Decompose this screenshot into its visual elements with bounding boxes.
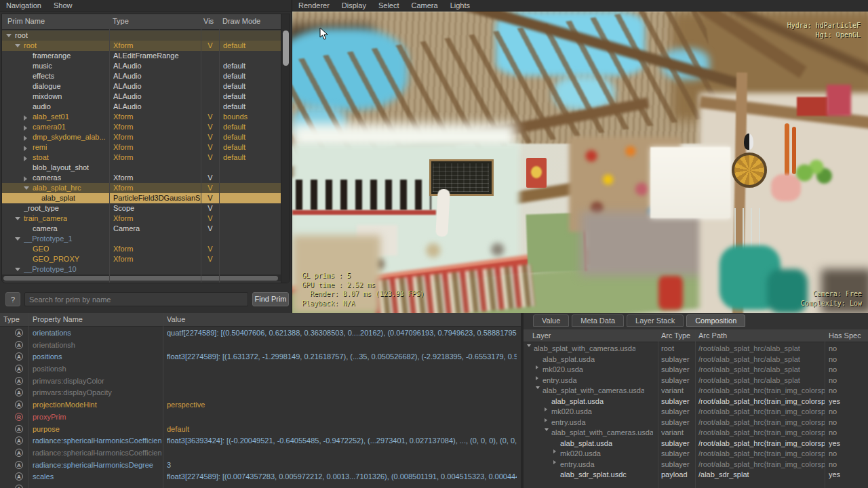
- column-header-property-name[interactable]: Property Name: [33, 315, 83, 323]
- composition-row-mk020.usda[interactable]: mk020.usdasublayer/root/alab_splat_hrc{t…: [524, 407, 868, 418]
- tab-value[interactable]: Value: [533, 314, 569, 327]
- help-button[interactable]: ?: [5, 292, 20, 306]
- tree-row-blob_layout_shot[interactable]: blob_layout_shot: [2, 163, 283, 173]
- collapse-arrow-icon[interactable]: [527, 344, 531, 347]
- composition-row-entry.usda[interactable]: entry.usdasublayer/root/alab_splat_hrc{t…: [524, 460, 868, 470]
- tree-row-music[interactable]: musicALAudiodefault: [2, 61, 283, 71]
- tree-row-remi[interactable]: remiXformVdefault: [2, 142, 283, 152]
- property-row-partial[interactable]: A: [0, 483, 521, 488]
- menu-item-select[interactable]: Select: [378, 1, 399, 9]
- tree-row-audio[interactable]: audioALAudiodefault: [2, 102, 283, 112]
- column-header-has-spec[interactable]: Has Spec: [829, 331, 861, 340]
- composition-row-entry.usda[interactable]: entry.usdasublayer/root/alab_splat_hrc{t…: [524, 418, 868, 428]
- tree-row-mixdown[interactable]: mixdownALAudiodefault: [2, 92, 283, 102]
- expand-arrow-icon[interactable]: [545, 418, 547, 422]
- tree-row-alab_splat_hrc[interactable]: alab_splat_hrcXformV: [2, 183, 283, 193]
- composition-row-mk020.usda[interactable]: mk020.usdasublayer/root/alab_splat_hrc{t…: [524, 449, 868, 460]
- tab-meta-data[interactable]: Meta Data: [572, 314, 624, 327]
- tree-horizontal-scrollbar[interactable]: [2, 274, 283, 281]
- column-divider[interactable]: [109, 29, 110, 283]
- composition-row-alab_splat.usda[interactable]: alab_splat.usdasublayer/root/alab_splat_…: [524, 439, 868, 449]
- tree-row-__Prototype_1[interactable]: __Prototype_1: [2, 234, 283, 244]
- expand-arrow-icon[interactable]: [553, 449, 556, 453]
- tree-row-camera[interactable]: cameraCameraV: [2, 224, 283, 234]
- tree-row-_root_type[interactable]: _root_typeScopeV: [2, 203, 283, 214]
- expand-arrow-icon[interactable]: [24, 115, 27, 121]
- menu-item-display[interactable]: Display: [342, 1, 366, 9]
- property-row-positionsh[interactable]: Apositionsh: [0, 363, 521, 375]
- composition-row-alab_splat_with_cameras.usda[interactable]: alab_splat_with_cameras.usdavariant/root…: [524, 428, 868, 439]
- column-header-draw-mode[interactable]: Draw Mode: [222, 17, 260, 25]
- collapse-arrow-icon[interactable]: [6, 34, 12, 37]
- menu-item-renderer[interactable]: Renderer: [298, 1, 330, 9]
- tree-vertical-scrollbar-thumb[interactable]: [283, 30, 289, 66]
- property-row-radiance:sphericalHarmonicsDegree[interactable]: Aradiance:sphericalHarmonicsDegree3: [0, 460, 521, 472]
- property-row-orientationsh[interactable]: Aorientationsh: [0, 340, 521, 352]
- column-header-arc-type[interactable]: Arc Type: [661, 331, 690, 340]
- tree-vertical-scrollbar[interactable]: [281, 14, 290, 283]
- expand-arrow-icon[interactable]: [24, 125, 27, 131]
- column-header-value[interactable]: Value: [167, 315, 185, 323]
- tree-row-effects[interactable]: effectsALAudiodefault: [2, 71, 283, 81]
- column-header-layer[interactable]: Layer: [532, 331, 551, 340]
- tree-row-framerange[interactable]: framerangeALEditFrameRange: [2, 51, 283, 61]
- tree-row-dialogue[interactable]: dialogueALAudiodefault: [2, 81, 283, 92]
- tree-row-cameras[interactable]: camerasXformV: [2, 173, 283, 183]
- property-row-radiance:sphericalHarmonicsCoefficients[interactable]: Aradiance:sphericalHarmonicsCoefficients…: [0, 435, 521, 447]
- tree-row-alab_set01[interactable]: alab_set01XformVbounds: [2, 112, 283, 122]
- column-divider[interactable]: [219, 29, 220, 283]
- tab-layer-stack[interactable]: Layer Stack: [627, 314, 684, 327]
- expand-arrow-icon[interactable]: [545, 407, 547, 411]
- tree-row-GEO_PROXY[interactable]: GEO_PROXYXformV: [2, 254, 283, 264]
- composition-row-mk020.usda[interactable]: mk020.usdasublayer/root/alab_splat_hrc/a…: [524, 365, 868, 375]
- composition-row-alab_splat_with_cameras.usda[interactable]: alab_splat_with_cameras.usdavariant/root…: [524, 386, 868, 396]
- menu-item-show[interactable]: Show: [54, 1, 73, 9]
- tree-row-root[interactable]: root: [2, 30, 283, 41]
- tree-row-GEO[interactable]: GEOXformV: [2, 244, 283, 254]
- collapse-arrow-icon[interactable]: [545, 428, 549, 431]
- composition-row-alab_splat.usda[interactable]: alab_splat.usdasublayer/root/alab_splat_…: [524, 396, 868, 407]
- collapse-arrow-icon[interactable]: [24, 186, 29, 190]
- property-row-proxyPrim[interactable]: RproxyPrim: [0, 411, 521, 424]
- composition-row-alab_splat.usda[interactable]: alab_splat.usdasublayer/root/alab_splat_…: [524, 354, 868, 365]
- expand-arrow-icon[interactable]: [24, 176, 27, 182]
- tree-row-dmp_skydome_alab...[interactable]: dmp_skydome_alab...XformVdefault: [2, 132, 283, 142]
- collapse-arrow-icon[interactable]: [15, 44, 20, 47]
- collapse-arrow-icon[interactable]: [15, 217, 20, 220]
- property-row-scales[interactable]: Ascalesfloat3[2274589]: [(0.0074357283, …: [0, 471, 521, 483]
- composition-row-alab_splat_with_cameras.usda[interactable]: alab_splat_with_cameras.usdaroot/root/al…: [524, 344, 868, 354]
- column-header-prim-name[interactable]: Prim Name: [7, 17, 45, 25]
- column-header-type[interactable]: Type: [113, 17, 129, 25]
- property-row-radiance:sphericalHarmonicsCoefficientsh[interactable]: Aradiance:sphericalHarmonicsCoefficients…: [0, 447, 521, 460]
- collapse-arrow-icon[interactable]: [15, 268, 20, 271]
- menu-item-lights[interactable]: Lights: [450, 1, 470, 9]
- expand-arrow-icon[interactable]: [536, 365, 538, 369]
- tree-horizontal-scrollbar-thumb[interactable]: [3, 276, 278, 281]
- find-prim-button[interactable]: Find Prim: [252, 292, 289, 306]
- tree-row-stoat[interactable]: stoatXformVdefault: [2, 152, 283, 163]
- column-header-arc-path[interactable]: Arc Path: [698, 331, 727, 340]
- column-header-type[interactable]: Type: [3, 315, 20, 323]
- collapse-arrow-icon[interactable]: [15, 237, 20, 241]
- expand-arrow-icon[interactable]: [24, 136, 27, 141]
- tree-row-train_camera[interactable]: train_cameraXformV: [2, 214, 283, 224]
- 3d-viewport[interactable]: Hydra: hdParticleFHgi: OpenGL GL prims :…: [292, 12, 868, 313]
- property-row-purpose[interactable]: Apurposedefault: [0, 424, 521, 436]
- collapse-arrow-icon[interactable]: [536, 386, 540, 389]
- search-input[interactable]: [24, 292, 248, 306]
- column-header-vis[interactable]: Vis: [203, 17, 214, 25]
- menu-item-camera[interactable]: Camera: [412, 1, 438, 9]
- column-divider[interactable]: [201, 29, 201, 283]
- expand-arrow-icon[interactable]: [553, 460, 556, 464]
- menu-item-navigation[interactable]: Navigation: [6, 1, 41, 9]
- property-row-primvars:displayColor[interactable]: Aprimvars:displayColor: [0, 375, 521, 388]
- property-row-positions[interactable]: Apositionsfloat3[2274589]: [(1.631372, -…: [0, 351, 521, 363]
- tree-row-__Prototype_10[interactable]: __Prototype_10: [2, 264, 283, 274]
- property-row-projectionModeHint[interactable]: AprojectionModeHintperspective: [0, 399, 521, 411]
- tab-composition[interactable]: Composition: [686, 314, 745, 327]
- property-row-orientations[interactable]: Aorientationsquatf[2274589]: [(0.5040760…: [0, 327, 521, 340]
- composition-row-entry.usda[interactable]: entry.usdasublayer/root/alab_splat_hrc/a…: [524, 375, 868, 386]
- expand-arrow-icon[interactable]: [536, 376, 538, 380]
- property-row-primvars:displayOpacity[interactable]: Aprimvars:displayOpacity: [0, 387, 521, 399]
- tree-row-alab_splat[interactable]: alab_splatParticleField3DGaussianSplatV: [2, 193, 283, 203]
